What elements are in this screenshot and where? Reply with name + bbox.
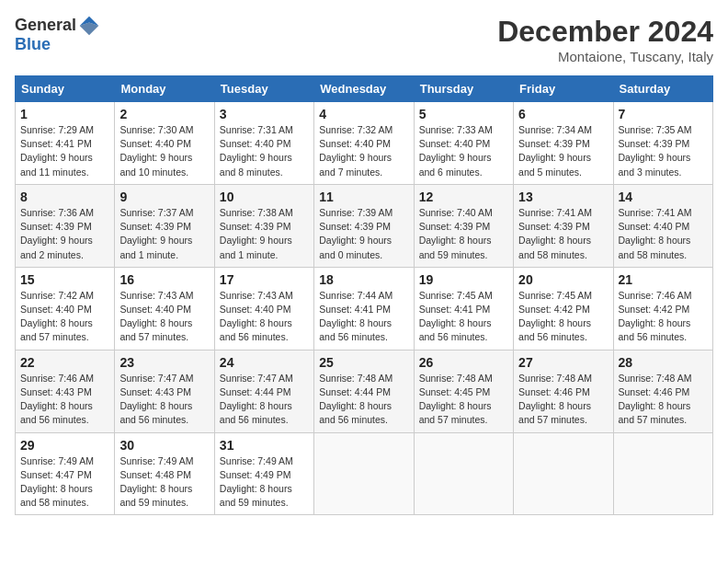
table-row — [414, 432, 513, 515]
table-row: 4 Sunrise: 7:32 AMSunset: 4:40 PMDayligh… — [314, 102, 414, 185]
col-wednesday: Wednesday — [314, 76, 414, 102]
col-thursday: Thursday — [414, 76, 513, 102]
day-info: Sunrise: 7:38 AMSunset: 4:39 PMDaylight:… — [220, 207, 293, 260]
table-row: 25 Sunrise: 7:48 AMSunset: 4:44 PMDaylig… — [314, 350, 414, 432]
day-number: 31 — [220, 438, 309, 453]
day-number: 19 — [419, 272, 508, 287]
day-number: 1 — [20, 107, 109, 121]
table-row: 26 Sunrise: 7:48 AMSunset: 4:45 PMDaylig… — [414, 350, 513, 432]
day-info: Sunrise: 7:47 AMSunset: 4:43 PMDaylight:… — [119, 373, 193, 426]
day-number: 4 — [319, 107, 408, 121]
table-row: 8 Sunrise: 7:36 AMSunset: 4:39 PMDayligh… — [16, 184, 115, 267]
logo-text: General — [15, 16, 76, 36]
table-row: 29 Sunrise: 7:49 AMSunset: 4:47 PMDaylig… — [16, 432, 115, 515]
day-number: 28 — [619, 355, 708, 370]
table-row: 17 Sunrise: 7:43 AMSunset: 4:40 PMDaylig… — [214, 267, 313, 350]
day-number: 24 — [220, 355, 309, 370]
logo: General Blue — [15, 15, 100, 54]
day-number: 18 — [319, 272, 408, 287]
day-info: Sunrise: 7:41 AMSunset: 4:40 PMDaylight:… — [619, 207, 692, 260]
day-number: 26 — [419, 355, 508, 370]
calendar-header-row: Sunday Monday Tuesday Wednesday Thursday… — [16, 76, 713, 102]
day-info: Sunrise: 7:49 AMSunset: 4:49 PMDaylight:… — [220, 455, 293, 509]
table-row: 9 Sunrise: 7:37 AMSunset: 4:39 PMDayligh… — [115, 184, 214, 267]
day-info: Sunrise: 7:46 AMSunset: 4:43 PMDaylight:… — [20, 373, 94, 426]
day-number: 16 — [119, 272, 209, 287]
calendar-week-row: 29 Sunrise: 7:49 AMSunset: 4:47 PMDaylig… — [16, 432, 713, 515]
day-info: Sunrise: 7:44 AMSunset: 4:41 PMDaylight:… — [319, 290, 392, 343]
table-row — [514, 432, 613, 515]
table-row: 1 Sunrise: 7:29 AMSunset: 4:41 PMDayligh… — [16, 102, 115, 185]
day-info: Sunrise: 7:36 AMSunset: 4:39 PMDaylight:… — [20, 207, 94, 260]
day-number: 5 — [419, 107, 508, 121]
table-row: 10 Sunrise: 7:38 AMSunset: 4:39 PMDaylig… — [214, 184, 313, 267]
day-info: Sunrise: 7:29 AMSunset: 4:41 PMDaylight:… — [20, 124, 94, 178]
table-row: 24 Sunrise: 7:47 AMSunset: 4:44 PMDaylig… — [214, 350, 313, 432]
day-info: Sunrise: 7:45 AMSunset: 4:41 PMDaylight:… — [419, 290, 493, 343]
day-number: 13 — [518, 190, 608, 204]
table-row: 12 Sunrise: 7:40 AMSunset: 4:39 PMDaylig… — [414, 184, 513, 267]
col-friday: Friday — [514, 76, 613, 102]
day-number: 9 — [119, 190, 209, 204]
day-info: Sunrise: 7:45 AMSunset: 4:42 PMDaylight:… — [518, 290, 592, 343]
table-row — [314, 432, 414, 515]
table-row: 28 Sunrise: 7:48 AMSunset: 4:46 PMDaylig… — [613, 350, 712, 432]
day-number: 29 — [20, 438, 109, 453]
day-info: Sunrise: 7:49 AMSunset: 4:47 PMDaylight:… — [20, 455, 94, 509]
day-number: 23 — [119, 355, 209, 370]
calendar-week-row: 1 Sunrise: 7:29 AMSunset: 4:41 PMDayligh… — [16, 102, 713, 185]
table-row: 16 Sunrise: 7:43 AMSunset: 4:40 PMDaylig… — [115, 267, 214, 350]
day-number: 7 — [619, 107, 708, 121]
day-info: Sunrise: 7:39 AMSunset: 4:39 PMDaylight:… — [319, 207, 392, 260]
day-number: 11 — [319, 190, 408, 204]
day-info: Sunrise: 7:42 AMSunset: 4:40 PMDaylight:… — [20, 290, 94, 343]
logo-blue: Blue — [15, 35, 100, 54]
day-number: 10 — [220, 190, 309, 204]
day-info: Sunrise: 7:48 AMSunset: 4:46 PMDaylight:… — [518, 373, 592, 426]
day-info: Sunrise: 7:31 AMSunset: 4:40 PMDaylight:… — [220, 124, 293, 178]
table-row: 23 Sunrise: 7:47 AMSunset: 4:43 PMDaylig… — [115, 350, 214, 432]
table-row: 30 Sunrise: 7:49 AMSunset: 4:48 PMDaylig… — [115, 432, 214, 515]
table-row: 14 Sunrise: 7:41 AMSunset: 4:40 PMDaylig… — [613, 184, 712, 267]
day-number: 22 — [20, 355, 109, 370]
logo-icon — [78, 15, 100, 37]
table-row: 27 Sunrise: 7:48 AMSunset: 4:46 PMDaylig… — [514, 350, 613, 432]
title-block: December 2024 Montaione, Tuscany, Italy — [497, 15, 713, 64]
day-number: 25 — [319, 355, 408, 370]
col-tuesday: Tuesday — [214, 76, 313, 102]
day-info: Sunrise: 7:43 AMSunset: 4:40 PMDaylight:… — [119, 290, 193, 343]
day-info: Sunrise: 7:48 AMSunset: 4:46 PMDaylight:… — [619, 373, 692, 426]
table-row — [613, 432, 712, 515]
table-row: 5 Sunrise: 7:33 AMSunset: 4:40 PMDayligh… — [414, 102, 513, 185]
table-row: 21 Sunrise: 7:46 AMSunset: 4:42 PMDaylig… — [613, 267, 712, 350]
day-info: Sunrise: 7:30 AMSunset: 4:40 PMDaylight:… — [119, 124, 193, 178]
day-info: Sunrise: 7:40 AMSunset: 4:39 PMDaylight:… — [419, 207, 493, 260]
day-number: 2 — [119, 107, 209, 121]
table-row: 18 Sunrise: 7:44 AMSunset: 4:41 PMDaylig… — [314, 267, 414, 350]
day-info: Sunrise: 7:46 AMSunset: 4:42 PMDaylight:… — [619, 290, 692, 343]
table-row: 11 Sunrise: 7:39 AMSunset: 4:39 PMDaylig… — [314, 184, 414, 267]
table-row: 7 Sunrise: 7:35 AMSunset: 4:39 PMDayligh… — [613, 102, 712, 185]
calendar-week-row: 22 Sunrise: 7:46 AMSunset: 4:43 PMDaylig… — [16, 350, 713, 432]
table-row: 22 Sunrise: 7:46 AMSunset: 4:43 PMDaylig… — [16, 350, 115, 432]
day-info: Sunrise: 7:35 AMSunset: 4:39 PMDaylight:… — [619, 124, 692, 178]
table-row: 15 Sunrise: 7:42 AMSunset: 4:40 PMDaylig… — [16, 267, 115, 350]
day-info: Sunrise: 7:41 AMSunset: 4:39 PMDaylight:… — [518, 207, 592, 260]
table-row: 3 Sunrise: 7:31 AMSunset: 4:40 PMDayligh… — [214, 102, 313, 185]
day-info: Sunrise: 7:43 AMSunset: 4:40 PMDaylight:… — [220, 290, 293, 343]
calendar-table: Sunday Monday Tuesday Wednesday Thursday… — [15, 75, 713, 515]
table-row: 20 Sunrise: 7:45 AMSunset: 4:42 PMDaylig… — [514, 267, 613, 350]
col-sunday: Sunday — [16, 76, 115, 102]
day-number: 6 — [518, 107, 608, 121]
col-monday: Monday — [115, 76, 214, 102]
day-info: Sunrise: 7:48 AMSunset: 4:44 PMDaylight:… — [319, 373, 392, 426]
day-info: Sunrise: 7:37 AMSunset: 4:39 PMDaylight:… — [119, 207, 193, 260]
calendar-week-row: 8 Sunrise: 7:36 AMSunset: 4:39 PMDayligh… — [16, 184, 713, 267]
day-number: 8 — [20, 190, 109, 204]
day-info: Sunrise: 7:34 AMSunset: 4:39 PMDaylight:… — [518, 124, 592, 178]
day-info: Sunrise: 7:48 AMSunset: 4:45 PMDaylight:… — [419, 373, 493, 426]
col-saturday: Saturday — [613, 76, 712, 102]
day-info: Sunrise: 7:32 AMSunset: 4:40 PMDaylight:… — [319, 124, 392, 178]
month-title: December 2024 — [497, 15, 713, 49]
day-number: 21 — [619, 272, 708, 287]
